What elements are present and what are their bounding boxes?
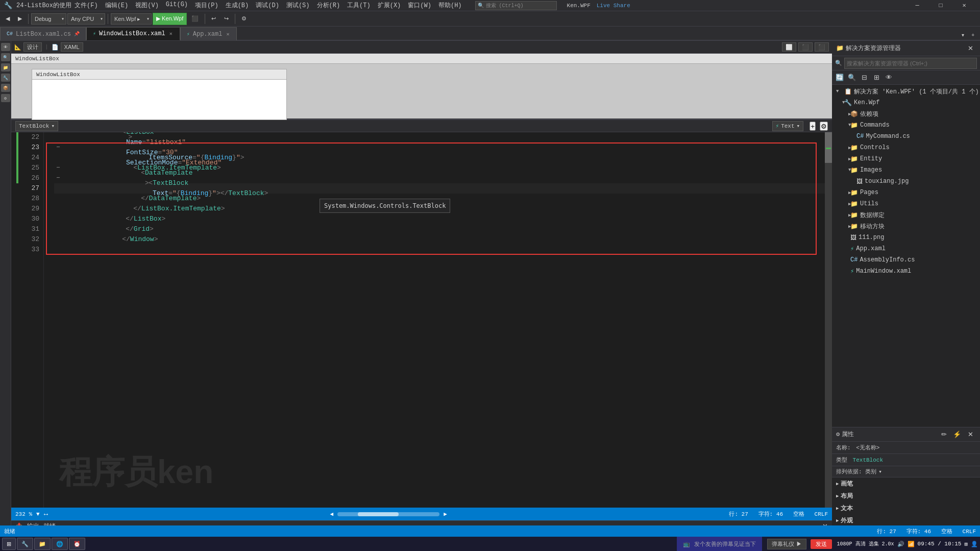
tab-appxaml[interactable]: ⚡ App.xaml ✕ [180, 27, 237, 40]
sidebar-icon-2[interactable]: 🔍 [1, 53, 10, 61]
se-expand-btn[interactable]: ⊞ [871, 72, 882, 83]
platform-dropdown[interactable]: Any CPU [67, 13, 105, 25]
toolbar-more[interactable]: ⚙ [238, 13, 250, 25]
solution-search-input[interactable] [844, 58, 977, 69]
design-toggle-btn[interactable]: 设计 [23, 42, 42, 52]
tree-mycommand[interactable]: C# MyCommand.cs [832, 131, 980, 142]
tab-listbox-cs[interactable]: C# ListBox.xaml.cs 📌 [0, 27, 86, 40]
tree-solution[interactable]: ▼ 📋 解决方案 'Ken.WPF' (1 个项目/共 1 个) [832, 86, 980, 97]
taskbar-start[interactable]: ⊞ [2, 538, 16, 550]
property-selector[interactable]: ⚡ Text ▾ [772, 121, 804, 131]
toolbar-forward[interactable]: ▶ [14, 13, 26, 25]
menu-help[interactable]: 帮助(H) [435, 1, 465, 10]
tree-controls[interactable]: ▶ 📁 Controls [832, 142, 980, 153]
menu-tools[interactable]: 工具(T) [344, 1, 374, 10]
menu-project[interactable]: 项目(P) [192, 1, 222, 10]
vscroll[interactable] [825, 132, 832, 508]
tree-movingblock[interactable]: ▶ 📁 移动方块 [832, 221, 980, 232]
se-view-btn[interactable]: 👁 [883, 72, 894, 83]
menu-git[interactable]: Git(G) [163, 1, 191, 10]
sidebar-icon-5[interactable]: 📦 [1, 84, 10, 92]
hscroll[interactable] [337, 512, 439, 516]
menu-build[interactable]: 生成(B) [223, 1, 252, 10]
stop-button[interactable]: ⬛ [188, 13, 202, 25]
props-event-btn[interactable]: ⚡ [951, 429, 963, 440]
element-selector[interactable]: TextBlock ▾ [15, 121, 58, 131]
menu-view[interactable]: 视图(V) [132, 1, 162, 10]
scroll-right[interactable]: ▶ [444, 511, 447, 517]
tab-close-2[interactable]: ✕ [225, 31, 230, 37]
solution-icon-tree: 📋 [844, 88, 852, 95]
project-dropdown[interactable]: Ken.Wpf ▸ [111, 13, 152, 25]
menu-file[interactable]: 文件(F) [71, 1, 101, 10]
taskbar-vs[interactable]: 🔧 [17, 538, 33, 550]
send-btn[interactable]: 发送 [811, 539, 832, 549]
se-close-btn[interactable]: ✕ [965, 43, 976, 54]
fold-25[interactable]: ─ [54, 163, 62, 173]
taskbar-explorer[interactable]: 📁 [34, 538, 51, 550]
props-edit-btn[interactable]: ✏ [938, 429, 949, 440]
sidebar-icon-3[interactable]: 📁 [1, 63, 10, 71]
tree-project[interactable]: ▼ 🔧 Ken.Wpf [832, 97, 980, 108]
tree-assemblyinfo[interactable]: C# AssemblyInfo.cs [832, 254, 980, 266]
gift-btn[interactable]: 弹幕礼仪 ▶ [767, 539, 806, 549]
run-button[interactable]: ▶ Ken.Wpf [153, 13, 187, 25]
tree-appxaml[interactable]: ⚡ App.xaml [832, 243, 980, 254]
menu-window[interactable]: 窗口(W) [405, 1, 434, 10]
sort-label: 排列依据: 类别 [836, 468, 876, 475]
tree-touxiang[interactable]: 🖼 touxiang.jpg [832, 176, 980, 187]
tab-windowlistbox[interactable]: ⚡ WindowListBox.xaml ✕ [86, 27, 180, 40]
menu-debug[interactable]: 调试(D) [253, 1, 282, 10]
tree-111png[interactable]: 🖼 111.png [832, 232, 980, 243]
search-box[interactable]: 🔍 搜索 (Ctrl+Q) [475, 1, 557, 10]
code-area[interactable]: > ─ <ListBox Name="listbox1" FontSize="3… [44, 132, 832, 508]
maximize-button[interactable]: □ [929, 0, 952, 11]
tree-mainwindow[interactable]: ⚡ MainWindow.xaml [832, 266, 980, 277]
fold-26[interactable]: ─ [54, 173, 62, 183]
props-brush-header[interactable]: ▶ 画笔 [832, 478, 980, 489]
menu-analyze[interactable]: 分析(R) [314, 1, 344, 10]
taskbar-clock[interactable]: ⏰ [69, 538, 85, 550]
taskbar-edge[interactable]: 🌐 [52, 538, 68, 550]
add-property-btn[interactable]: + [810, 122, 816, 131]
se-filter-btn[interactable]: 🔍 [846, 72, 857, 83]
split-vertical-btn[interactable]: ⬛ [798, 42, 813, 52]
tree-images[interactable]: ▼ 📁 Images [832, 164, 980, 176]
sidebar-icon-4[interactable]: 🔧 [1, 74, 10, 82]
new-tab-btn[interactable]: + [968, 30, 978, 40]
toolbar-undo[interactable]: ↩ [208, 13, 219, 25]
xaml-toggle-btn[interactable]: XAML [61, 42, 83, 52]
sidebar-icon-1[interactable]: 👁 [1, 43, 10, 51]
fold-23[interactable]: ─ [54, 142, 62, 153]
tree-dependencies[interactable]: ▶ 📦 依赖项 [832, 108, 980, 119]
se-collapse-btn[interactable]: ⊟ [859, 72, 870, 83]
menu-test[interactable]: 测试(S) [283, 1, 313, 10]
menu-extensions[interactable]: 扩展(X) [375, 1, 404, 10]
tree-utils[interactable]: ▶ 📁 Utils [832, 198, 980, 209]
props-close-btn[interactable]: ✕ [965, 429, 976, 440]
pages-expand-icon: ▶ [836, 190, 848, 196]
scroll-left[interactable]: ◀ [330, 511, 334, 517]
tree-pages[interactable]: ▶ 📁 Pages [832, 187, 980, 198]
props-layout-header[interactable]: ▶ 布局 [832, 491, 980, 501]
sidebar-icon-6[interactable]: ⚙ [1, 94, 10, 102]
debug-dropdown[interactable]: Debug Release [31, 13, 66, 25]
tree-databinding[interactable]: ▶ 📁 数据绑定 [832, 209, 980, 221]
tabs-dropdown-btn[interactable]: ▾ [958, 30, 968, 40]
props-text-header[interactable]: ▶ 文本 [832, 503, 980, 513]
tree-commands[interactable]: ▼ 📁 Commands [832, 119, 980, 131]
designer-canvas[interactable]: WindowListBox [11, 64, 832, 118]
split-horizontal-btn[interactable]: ⬜ [782, 42, 796, 52]
tree-entity[interactable]: ▶ 📁 Entity [832, 153, 980, 164]
close-button[interactable]: ✕ [952, 0, 976, 11]
settings-btn[interactable]: ⚙ [820, 122, 828, 131]
menu-edit[interactable]: 编辑(E) [102, 1, 132, 10]
toolbar-back[interactable]: ◀ [2, 13, 13, 25]
tab-close-1[interactable]: ✕ [168, 31, 174, 37]
pin-icon[interactable]: 📌 [74, 31, 80, 37]
se-sync-btn[interactable]: 🔄 [834, 72, 845, 83]
full-editor-btn[interactable]: ⬛ [815, 42, 829, 52]
toolbar-redo[interactable]: ↪ [220, 13, 232, 25]
minimize-button[interactable]: ─ [905, 0, 929, 11]
props-appearance-header[interactable]: ▶ 外观 [832, 515, 980, 525]
